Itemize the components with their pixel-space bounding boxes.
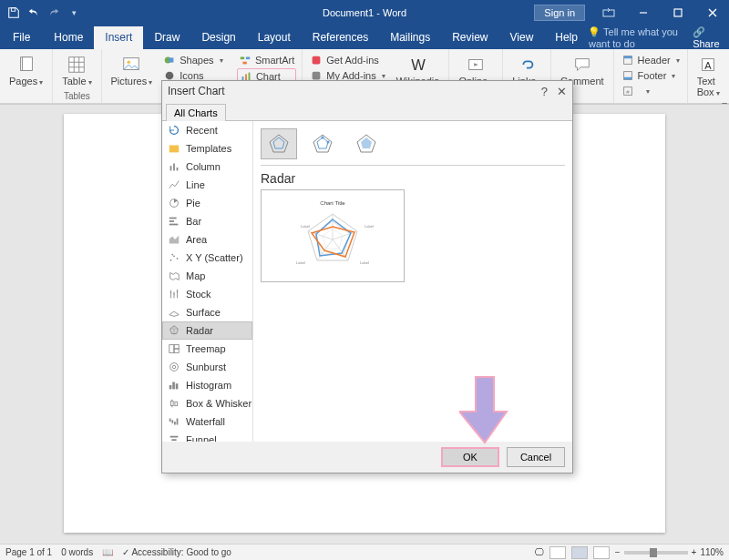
cat-stock[interactable]: Stock bbox=[162, 285, 252, 303]
view-print-button[interactable] bbox=[571, 546, 588, 559]
cat-map[interactable]: Map bbox=[162, 267, 252, 285]
footer-button[interactable]: Footer bbox=[620, 68, 682, 83]
svg-text:Label: Label bbox=[296, 260, 305, 265]
pictures-button[interactable]: Pictures bbox=[108, 53, 157, 88]
svg-rect-56 bbox=[176, 383, 179, 389]
svg-rect-49 bbox=[169, 345, 174, 353]
tab-mailings[interactable]: Mailings bbox=[379, 26, 441, 49]
cat-funnel[interactable]: Funnel bbox=[162, 431, 252, 442]
tab-view[interactable]: View bbox=[499, 26, 545, 49]
cat-column[interactable]: Column bbox=[162, 158, 252, 176]
cat-area[interactable]: Area bbox=[162, 230, 252, 249]
svg-rect-61 bbox=[174, 422, 176, 425]
minimize-button[interactable] bbox=[627, 0, 660, 25]
svg-rect-10 bbox=[169, 57, 173, 62]
svg-point-11 bbox=[166, 72, 174, 80]
chart-category-list: Recent Templates Column Line Pie Bar Are… bbox=[162, 121, 253, 442]
tab-review[interactable]: Review bbox=[441, 26, 498, 49]
cat-histogram[interactable]: Histogram bbox=[162, 376, 252, 394]
chart-preview[interactable]: Chart Title Label Label Label Label bbox=[261, 189, 405, 282]
svg-point-52 bbox=[170, 363, 179, 372]
share-button[interactable]: 🔗 Share bbox=[693, 26, 722, 49]
cat-radar[interactable]: Radar bbox=[162, 321, 252, 340]
header-button[interactable]: Header bbox=[620, 53, 682, 67]
ok-button[interactable]: OK bbox=[441, 447, 499, 467]
document-title: Document1 - Word bbox=[323, 7, 406, 18]
svg-rect-38 bbox=[170, 166, 172, 170]
tell-me[interactable]: 💡Tell me what you want to do bbox=[589, 26, 683, 49]
svg-text:Chart Title: Chart Title bbox=[320, 200, 345, 206]
radar-subtype-markers[interactable] bbox=[304, 128, 341, 159]
chart-type-name: Radar bbox=[261, 171, 565, 186]
pages-button[interactable]: Pages bbox=[5, 53, 46, 88]
sign-in-button[interactable]: Sign in bbox=[534, 5, 585, 21]
tab-home[interactable]: Home bbox=[43, 26, 94, 49]
svg-text:Label: Label bbox=[360, 260, 369, 265]
svg-rect-6 bbox=[69, 57, 85, 73]
get-addins-button[interactable]: Get Add-ins bbox=[308, 53, 386, 67]
svg-rect-51 bbox=[174, 349, 179, 352]
zoom-level[interactable]: 110% bbox=[700, 547, 724, 557]
status-accessibility[interactable]: ✓ Accessibility: Good to go bbox=[122, 547, 231, 557]
cancel-button[interactable]: Cancel bbox=[507, 447, 565, 467]
table-button[interactable]: Table bbox=[58, 53, 95, 88]
tab-design[interactable]: Design bbox=[190, 26, 246, 49]
status-bar: Page 1 of 1 0 words 📖 ✓ Accessibility: G… bbox=[0, 544, 729, 560]
dialog-help-icon[interactable]: ? bbox=[541, 85, 548, 98]
status-words[interactable]: 0 words bbox=[61, 547, 93, 557]
cat-scatter[interactable]: X Y (Scatter) bbox=[162, 249, 252, 267]
display-settings-icon[interactable]: 🖵 bbox=[535, 547, 544, 557]
textbox-button[interactable]: AText Box bbox=[693, 53, 724, 99]
save-icon[interactable] bbox=[7, 6, 20, 19]
svg-rect-3 bbox=[674, 9, 682, 16]
page-number-button[interactable]: # bbox=[620, 84, 682, 98]
status-spellcheck-icon[interactable]: 📖 bbox=[102, 547, 113, 557]
tab-help[interactable]: Help bbox=[544, 26, 589, 49]
cat-box-whisker[interactable]: Box & Whisker bbox=[162, 394, 252, 412]
radar-subtype-basic[interactable] bbox=[261, 128, 297, 159]
cat-line[interactable]: Line bbox=[162, 176, 252, 194]
zoom-slider[interactable] bbox=[624, 551, 688, 555]
undo-icon[interactable] bbox=[27, 6, 40, 19]
tab-draw[interactable]: Draw bbox=[143, 26, 190, 49]
tab-layout[interactable]: Layout bbox=[247, 26, 302, 49]
svg-rect-5 bbox=[22, 57, 32, 71]
svg-rect-57 bbox=[171, 401, 174, 405]
dialog-tab-all-charts[interactable]: All Charts bbox=[166, 104, 226, 121]
tab-insert[interactable]: Insert bbox=[94, 26, 143, 49]
redo-icon[interactable] bbox=[47, 6, 60, 19]
status-page[interactable]: Page 1 of 1 bbox=[5, 547, 52, 557]
group-label-tables: Tables bbox=[58, 91, 95, 103]
smartart-button[interactable]: SmartArt bbox=[237, 53, 296, 67]
zoom-in-button[interactable]: + bbox=[692, 547, 697, 557]
close-button[interactable] bbox=[696, 0, 729, 25]
cat-recent[interactable]: Recent bbox=[162, 121, 252, 139]
cat-waterfall[interactable]: Waterfall bbox=[162, 412, 252, 431]
dialog-close-icon[interactable]: ✕ bbox=[557, 85, 567, 98]
svg-rect-13 bbox=[246, 57, 250, 60]
cat-treemap[interactable]: Treemap bbox=[162, 340, 252, 358]
cat-sunburst[interactable]: Sunburst bbox=[162, 358, 252, 376]
maximize-button[interactable] bbox=[662, 0, 694, 25]
view-read-button[interactable] bbox=[549, 546, 566, 559]
svg-rect-40 bbox=[177, 168, 179, 171]
qat-dropdown-icon[interactable]: ▾ bbox=[67, 6, 80, 19]
svg-rect-42 bbox=[169, 218, 177, 219]
shapes-button[interactable]: Shapes bbox=[161, 53, 231, 67]
radar-subtype-filled[interactable] bbox=[348, 128, 385, 159]
cat-bar[interactable]: Bar bbox=[162, 212, 252, 230]
zoom-out-button[interactable]: − bbox=[615, 547, 621, 557]
tab-references[interactable]: References bbox=[302, 26, 379, 49]
svg-rect-25 bbox=[623, 77, 631, 80]
svg-text:A: A bbox=[704, 60, 712, 71]
cat-templates[interactable]: Templates bbox=[162, 139, 252, 158]
tab-file[interactable]: File bbox=[0, 26, 43, 49]
svg-rect-55 bbox=[172, 382, 175, 390]
cat-pie[interactable]: Pie bbox=[162, 194, 252, 212]
view-web-button[interactable] bbox=[593, 546, 610, 559]
svg-text:Label: Label bbox=[364, 224, 374, 229]
cat-surface[interactable]: Surface bbox=[162, 303, 252, 321]
svg-rect-59 bbox=[169, 419, 171, 423]
svg-point-8 bbox=[128, 60, 131, 64]
ribbon-options-icon[interactable] bbox=[592, 0, 625, 25]
